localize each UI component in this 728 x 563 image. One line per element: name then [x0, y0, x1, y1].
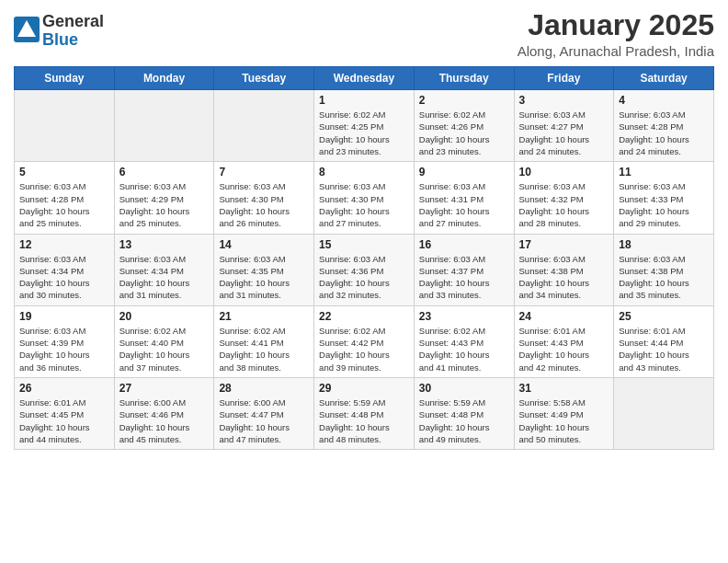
logo-general-text: General — [42, 12, 104, 30]
day-number: 16 — [419, 238, 509, 251]
day-number: 29 — [319, 382, 409, 395]
weekday-header-saturday: Saturday — [614, 67, 714, 90]
day-number: 13 — [119, 238, 210, 251]
day-cell: 27Sunrise: 6:00 AMSunset: 4:46 PMDayligh… — [114, 377, 214, 449]
day-cell: 8Sunrise: 6:03 AMSunset: 4:30 PMDaylight… — [314, 162, 415, 234]
weekday-header-monday: Monday — [114, 67, 214, 90]
day-number: 5 — [19, 166, 109, 178]
day-info: Sunrise: 6:02 AMSunset: 4:26 PMDaylight:… — [419, 109, 509, 157]
page-container: General Blue January 2025 Along, Arunach… — [0, 0, 728, 464]
day-info: Sunrise: 6:03 AMSunset: 4:28 PMDaylight:… — [619, 109, 709, 157]
day-cell: 5Sunrise: 6:03 AMSunset: 4:28 PMDaylight… — [15, 162, 115, 234]
day-number: 22 — [319, 310, 409, 323]
day-number: 30 — [419, 382, 509, 395]
month-title: January 2025 — [518, 9, 714, 41]
day-info: Sunrise: 6:01 AMSunset: 4:44 PMDaylight:… — [619, 325, 709, 373]
day-cell: 24Sunrise: 6:01 AMSunset: 4:43 PMDayligh… — [514, 305, 614, 377]
header: General Blue January 2025 Along, Arunach… — [14, 9, 714, 59]
day-number: 31 — [519, 382, 609, 395]
day-info: Sunrise: 6:02 AMSunset: 4:40 PMDaylight:… — [119, 325, 210, 373]
day-number: 26 — [19, 382, 109, 395]
day-cell: 2Sunrise: 6:02 AMSunset: 4:26 PMDaylight… — [414, 90, 514, 162]
day-number: 25 — [619, 310, 709, 323]
day-cell: 3Sunrise: 6:03 AMSunset: 4:27 PMDaylight… — [514, 90, 614, 162]
day-number: 11 — [619, 166, 709, 178]
day-cell: 15Sunrise: 6:03 AMSunset: 4:36 PMDayligh… — [314, 234, 415, 305]
day-number: 18 — [619, 238, 709, 251]
week-row-3: 12Sunrise: 6:03 AMSunset: 4:34 PMDayligh… — [15, 234, 714, 305]
day-cell: 30Sunrise: 5:59 AMSunset: 4:48 PMDayligh… — [414, 377, 514, 449]
day-info: Sunrise: 6:03 AMSunset: 4:37 PMDaylight:… — [419, 253, 509, 302]
day-cell — [214, 90, 314, 162]
day-cell: 25Sunrise: 6:01 AMSunset: 4:44 PMDayligh… — [614, 305, 714, 377]
day-cell: 21Sunrise: 6:02 AMSunset: 4:41 PMDayligh… — [214, 305, 314, 377]
location: Along, Arunachal Pradesh, India — [518, 43, 714, 59]
day-cell: 7Sunrise: 6:03 AMSunset: 4:30 PMDaylight… — [214, 162, 314, 234]
day-info: Sunrise: 6:03 AMSunset: 4:30 PMDaylight:… — [219, 180, 309, 229]
logo-icon — [14, 17, 40, 42]
day-info: Sunrise: 6:02 AMSunset: 4:41 PMDaylight:… — [219, 325, 309, 373]
weekday-header-thursday: Thursday — [414, 67, 514, 90]
day-info: Sunrise: 6:03 AMSunset: 4:38 PMDaylight:… — [619, 253, 709, 302]
day-info: Sunrise: 6:03 AMSunset: 4:34 PMDaylight:… — [119, 253, 210, 302]
day-number: 23 — [419, 310, 509, 323]
day-number: 12 — [19, 238, 109, 251]
day-number: 24 — [519, 310, 609, 323]
day-info: Sunrise: 6:01 AMSunset: 4:45 PMDaylight:… — [19, 396, 109, 445]
week-row-1: 1Sunrise: 6:02 AMSunset: 4:25 PMDaylight… — [15, 90, 714, 162]
day-info: Sunrise: 6:02 AMSunset: 4:43 PMDaylight:… — [419, 325, 509, 373]
day-cell: 13Sunrise: 6:03 AMSunset: 4:34 PMDayligh… — [114, 234, 214, 305]
day-info: Sunrise: 6:03 AMSunset: 4:34 PMDaylight:… — [19, 253, 109, 302]
day-number: 3 — [519, 94, 609, 107]
day-info: Sunrise: 6:03 AMSunset: 4:38 PMDaylight:… — [519, 253, 609, 302]
title-block: January 2025 Along, Arunachal Pradesh, I… — [518, 9, 714, 59]
day-number: 8 — [319, 166, 409, 178]
day-cell: 12Sunrise: 6:03 AMSunset: 4:34 PMDayligh… — [15, 234, 115, 305]
week-row-5: 26Sunrise: 6:01 AMSunset: 4:45 PMDayligh… — [15, 377, 714, 449]
day-cell: 4Sunrise: 6:03 AMSunset: 4:28 PMDaylight… — [614, 90, 714, 162]
day-cell: 14Sunrise: 6:03 AMSunset: 4:35 PMDayligh… — [214, 234, 314, 305]
day-number: 10 — [519, 166, 609, 178]
day-cell: 6Sunrise: 6:03 AMSunset: 4:29 PMDaylight… — [114, 162, 214, 234]
day-info: Sunrise: 6:00 AMSunset: 4:46 PMDaylight:… — [119, 396, 210, 445]
day-number: 20 — [119, 310, 210, 323]
day-info: Sunrise: 5:58 AMSunset: 4:49 PMDaylight:… — [519, 396, 609, 445]
day-number: 21 — [219, 310, 309, 323]
day-number: 28 — [219, 382, 309, 395]
day-cell: 28Sunrise: 6:00 AMSunset: 4:47 PMDayligh… — [214, 377, 314, 449]
day-number: 14 — [219, 238, 309, 251]
day-cell: 26Sunrise: 6:01 AMSunset: 4:45 PMDayligh… — [15, 377, 115, 449]
weekday-header-wednesday: Wednesday — [314, 67, 415, 90]
day-info: Sunrise: 5:59 AMSunset: 4:48 PMDaylight:… — [319, 396, 409, 445]
day-cell: 20Sunrise: 6:02 AMSunset: 4:40 PMDayligh… — [114, 305, 214, 377]
day-info: Sunrise: 6:03 AMSunset: 4:35 PMDaylight:… — [219, 253, 309, 302]
day-number: 19 — [19, 310, 109, 323]
weekday-header-tuesday: Tuesday — [214, 67, 314, 90]
weekday-header-row: SundayMondayTuesdayWednesdayThursdayFrid… — [15, 67, 714, 90]
day-cell: 23Sunrise: 6:02 AMSunset: 4:43 PMDayligh… — [414, 305, 514, 377]
day-number: 7 — [219, 166, 309, 178]
day-cell: 18Sunrise: 6:03 AMSunset: 4:38 PMDayligh… — [614, 234, 714, 305]
week-row-4: 19Sunrise: 6:03 AMSunset: 4:39 PMDayligh… — [15, 305, 714, 377]
day-number: 15 — [319, 238, 409, 251]
day-cell: 10Sunrise: 6:03 AMSunset: 4:32 PMDayligh… — [514, 162, 614, 234]
weekday-header-sunday: Sunday — [15, 67, 115, 90]
day-info: Sunrise: 6:03 AMSunset: 4:32 PMDaylight:… — [519, 180, 609, 229]
weekday-header-friday: Friday — [514, 67, 614, 90]
day-info: Sunrise: 6:03 AMSunset: 4:36 PMDaylight:… — [319, 253, 409, 302]
day-cell: 22Sunrise: 6:02 AMSunset: 4:42 PMDayligh… — [314, 305, 415, 377]
day-cell: 29Sunrise: 5:59 AMSunset: 4:48 PMDayligh… — [314, 377, 415, 449]
logo: General Blue — [14, 13, 104, 50]
day-cell — [114, 90, 214, 162]
day-info: Sunrise: 6:03 AMSunset: 4:29 PMDaylight:… — [119, 180, 210, 229]
day-info: Sunrise: 6:00 AMSunset: 4:47 PMDaylight:… — [219, 396, 309, 445]
day-cell — [15, 90, 115, 162]
week-row-2: 5Sunrise: 6:03 AMSunset: 4:28 PMDaylight… — [15, 162, 714, 234]
day-cell: 1Sunrise: 6:02 AMSunset: 4:25 PMDaylight… — [314, 90, 415, 162]
day-number: 9 — [419, 166, 509, 178]
day-cell: 11Sunrise: 6:03 AMSunset: 4:33 PMDayligh… — [614, 162, 714, 234]
day-cell — [614, 377, 714, 449]
day-info: Sunrise: 6:03 AMSunset: 4:31 PMDaylight:… — [419, 180, 509, 229]
day-number: 4 — [619, 94, 709, 107]
calendar-table: SundayMondayTuesdayWednesdayThursdayFrid… — [14, 66, 714, 450]
